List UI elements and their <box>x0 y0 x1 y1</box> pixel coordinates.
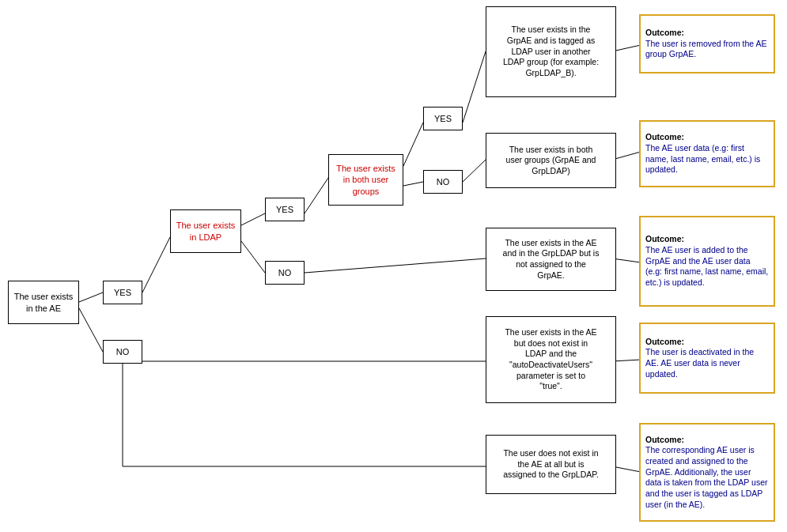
svg-line-6 <box>403 123 423 166</box>
svg-line-5 <box>305 178 328 213</box>
svg-line-17 <box>612 258 641 262</box>
svg-line-0 <box>79 292 103 302</box>
diagram: The user exists in the AE YES NO The use… <box>0 0 787 532</box>
node4: The user exists in the AE but does not e… <box>486 316 616 403</box>
outcome2: Outcome: The AE user data (e.g: first na… <box>639 120 775 187</box>
svg-line-10 <box>305 258 486 273</box>
outcome1: Outcome: The user is removed from the AE… <box>639 14 775 74</box>
svg-line-4 <box>241 241 265 273</box>
root-node: The user exists in the AE <box>8 281 79 324</box>
svg-line-2 <box>142 237 170 292</box>
yes1-node: YES <box>103 281 142 304</box>
svg-line-8 <box>463 51 486 123</box>
yes3-node: YES <box>423 107 463 130</box>
svg-line-7 <box>403 182 423 186</box>
svg-line-1 <box>79 308 103 352</box>
outcome4: Outcome: The user is deactivated in the … <box>639 323 775 394</box>
ldap-node: The user exists in LDAP <box>170 209 241 253</box>
svg-line-18 <box>612 360 641 361</box>
node5: The user does not exist in the AE at all… <box>486 435 616 494</box>
svg-line-19 <box>612 466 641 472</box>
node3: The user exists in the AE and in the Grp… <box>486 228 616 291</box>
svg-line-3 <box>241 213 265 225</box>
node2: The user exists in both user groups (Grp… <box>486 133 616 188</box>
both-groups-node: The user exists in both user groups <box>328 154 403 206</box>
node1: The user exists in the GrpAE and is tagg… <box>486 6 616 97</box>
no3-node: NO <box>423 170 463 194</box>
no2-node: NO <box>265 261 305 285</box>
svg-line-16 <box>612 152 641 160</box>
svg-line-15 <box>612 45 641 51</box>
yes2-node: YES <box>265 198 305 221</box>
svg-line-9 <box>463 160 486 182</box>
outcome5: Outcome: The corresponding AE user is cr… <box>639 423 775 522</box>
no1-node: NO <box>103 340 142 364</box>
outcome3: Outcome: The AE user is added to the Grp… <box>639 216 775 307</box>
